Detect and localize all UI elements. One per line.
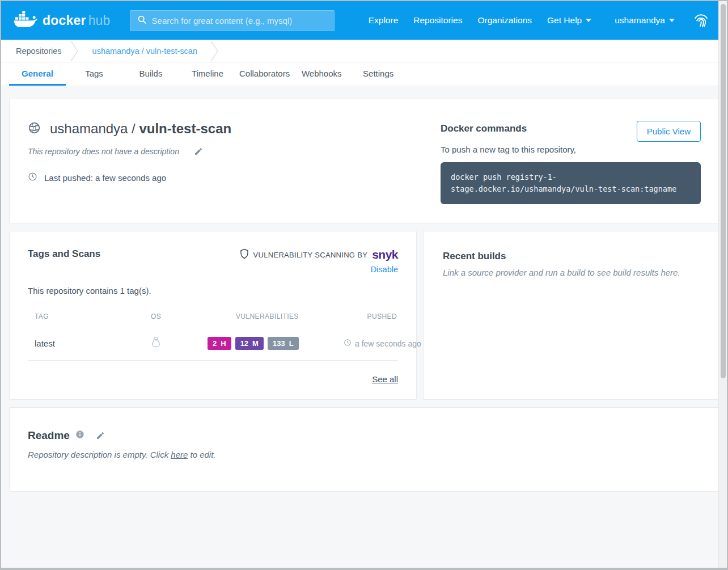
recent-builds-card: Recent builds Link a source provider and…: [423, 231, 719, 400]
repo-owner: ushamandya /: [50, 121, 139, 136]
search-input[interactable]: [152, 16, 327, 26]
recent-builds-empty-message: Link a source provider and run a build t…: [443, 268, 700, 277]
navbar-links: Explore Repositories Organizations Get H…: [369, 12, 710, 29]
tab-webhooks[interactable]: Webhooks: [293, 62, 350, 86]
recent-builds-title: Recent builds: [443, 251, 700, 262]
disable-scanning-link[interactable]: Disable: [371, 265, 398, 274]
chevron-down-icon: [669, 19, 675, 22]
breadcrumb-chevron-icon: [210, 40, 222, 62]
nav-organizations[interactable]: Organizations: [477, 15, 532, 26]
nav-get-help-menu[interactable]: Get Help: [547, 15, 591, 26]
brand-wordmark: dockerhub: [43, 13, 111, 28]
see-all-link[interactable]: See all: [372, 374, 398, 384]
tags-scans-title: Tags and Scans: [28, 248, 100, 260]
repo-overview-card: ushamandya / vuln-test-scan This reposit…: [9, 99, 719, 224]
breadcrumb-chevron-icon: [70, 40, 82, 62]
tags-table-header: TAG OS VULNERABILITIES PUSHED: [28, 313, 398, 328]
shield-icon: [240, 248, 249, 261]
fingerprint-avatar-icon[interactable]: [692, 12, 710, 29]
breadcrumb-current-repo[interactable]: ushamandya / vuln-test-scan: [92, 40, 197, 62]
repo-description-placeholder: This repository does not have a descript…: [28, 147, 179, 156]
docker-hub-logo[interactable]: dockerhub: [14, 10, 111, 31]
tab-general[interactable]: General: [9, 62, 66, 86]
docker-whale-icon: [14, 10, 37, 31]
last-pushed-text: Last pushed: a few seconds ago: [44, 173, 166, 183]
vertical-scrollbar[interactable]: [718, 1, 727, 568]
readme-empty-message: Repository description is empty. Click h…: [28, 450, 701, 459]
scrollbar-thumb[interactable]: [721, 4, 726, 378]
middle-row: Tags and Scans VULNERABILITY SCANNING BY…: [9, 231, 719, 400]
tag-count-summary: This repository contains 1 tag(s).: [28, 286, 398, 295]
clock-icon: [344, 339, 352, 348]
scanning-by-label: VULNERABILITY SCANNING BY: [253, 251, 368, 259]
tags-table: TAG OS VULNERABILITIES PUSHED latest: [28, 313, 398, 385]
column-header-vulnerabilities: VULNERABILITIES: [236, 313, 344, 320]
global-search[interactable]: [130, 10, 335, 31]
low-severity-badge[interactable]: 133L: [268, 337, 299, 350]
edit-readme-pencil-icon[interactable]: [96, 431, 105, 440]
tags-and-scans-card: Tags and Scans VULNERABILITY SCANNING BY…: [9, 231, 417, 400]
tab-builds[interactable]: Builds: [122, 62, 179, 86]
push-instruction-text: To push a new tag to this repository,: [441, 145, 701, 154]
readme-card: Readme Repository description is empty. …: [9, 407, 719, 492]
vulnerability-badges: 2H 12M 133L: [208, 337, 344, 350]
tab-tags[interactable]: Tags: [66, 62, 122, 86]
breadcrumb-repositories[interactable]: Repositories: [16, 40, 62, 62]
nav-user-menu[interactable]: ushamandya: [615, 15, 675, 26]
vulnerability-scanning-block: VULNERABILITY SCANNING BY snyk Disable: [240, 248, 398, 275]
top-navbar: dockerhub Explore Repositories Organizat…: [1, 1, 727, 40]
edit-description-pencil-icon[interactable]: [194, 147, 203, 156]
nav-explore[interactable]: Explore: [369, 15, 399, 26]
tab-timeline[interactable]: Timeline: [179, 62, 236, 86]
chevron-down-icon: [586, 19, 591, 22]
page-content: ushamandya / vuln-test-scan This reposit…: [1, 86, 727, 492]
clock-icon: [28, 172, 37, 183]
docker-push-command[interactable]: docker push registry-1-stage.docker.io/u…: [441, 162, 701, 204]
readme-title: Readme: [28, 429, 70, 442]
repo-info: ushamandya / vuln-test-scan This reposit…: [28, 121, 441, 204]
page-title: ushamandya / vuln-test-scan: [50, 121, 231, 137]
tab-collaborators[interactable]: Collaborators: [236, 62, 293, 86]
high-severity-badge[interactable]: 2H: [208, 337, 231, 350]
medium-severity-badge[interactable]: 12M: [235, 337, 264, 350]
tab-settings[interactable]: Settings: [350, 62, 407, 86]
snyk-logo: snyk: [372, 250, 398, 260]
info-icon: [75, 430, 84, 441]
docker-commands-panel: Docker commands Public View To push a ne…: [441, 121, 701, 204]
nav-repositories[interactable]: Repositories: [413, 15, 462, 26]
search-icon: [137, 15, 147, 27]
column-header-tag: TAG: [35, 313, 151, 320]
tag-pushed-time: a few seconds ago: [344, 339, 422, 348]
globe-icon: [28, 121, 41, 137]
repo-tabs: General Tags Builds Timeline Collaborato…: [1, 62, 727, 86]
table-row: latest 2H 12M 133L: [28, 328, 398, 361]
tag-name-link[interactable]: latest: [35, 339, 151, 348]
column-header-os: OS: [151, 313, 236, 320]
repo-name: vuln-test-scan: [139, 121, 231, 136]
breadcrumb: Repositories ushamandya / vuln-test-scan: [1, 40, 727, 62]
column-header-pushed: PUSHED: [344, 313, 398, 320]
docker-hub-repository-page: dockerhub Explore Repositories Organizat…: [0, 0, 728, 570]
public-view-button[interactable]: Public View: [637, 121, 701, 142]
edit-here-link[interactable]: here: [171, 450, 188, 459]
